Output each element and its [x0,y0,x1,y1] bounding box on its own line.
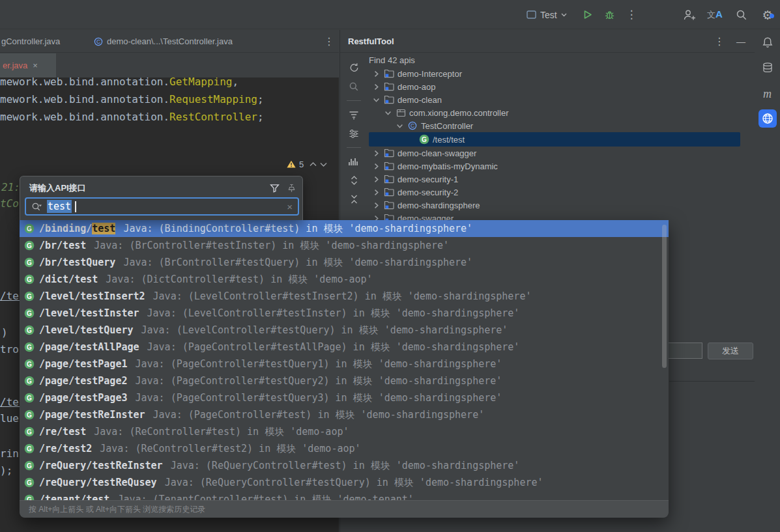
api-result-row[interactable]: G/br/testJava: (BrController#testInster)… [20,237,669,254]
translate-button[interactable]: 文A [705,0,725,29]
maven-button[interactable]: m [755,84,780,104]
tree-item-demo-shardingsphere[interactable]: demo-shardingsphere [369,199,755,212]
get-method-icon: G [24,342,35,352]
panel-options-button[interactable]: ⋮ [714,35,725,48]
api-result-row[interactable]: G/reQuery/testReQuseyJava: (ReQueryContr… [20,474,669,491]
panel-divider [669,381,755,382]
request-url-input[interactable] [666,343,702,359]
run-button[interactable] [578,0,596,29]
api-result-row[interactable]: G/br/testQueryJava: (BrController#testQu… [20,254,669,271]
tree-item--test-test[interactable]: G/test/test [369,132,740,147]
api-path: /page/testReInster [39,409,145,421]
get-method-icon: G [24,477,35,488]
api-result-detail: Java: (ReQueryController#test) in 模块 'de… [171,460,520,472]
chevron-down-icon[interactable] [383,109,392,117]
more-options-button[interactable]: ⋮ [623,0,640,29]
debug-bug-icon [604,9,615,20]
api-result-detail: Java: (TenantController#test) in 模块 'dem… [117,494,413,501]
chevron-down-icon[interactable] [371,96,381,104]
chevron-right-icon[interactable] [371,163,381,170]
tree-item-com-xiong-demo-controller[interactable]: com.xiong.demo.controller [369,106,755,119]
tree-item-demo-clean[interactable]: demo-clean [369,93,755,106]
module-icon [383,69,395,78]
settings-gear-icon: ⚙ [762,8,773,22]
api-result-row[interactable]: G/level/testInsterJava: (LevelController… [20,305,669,322]
api-result-row[interactable]: G/level/testInsert2Java: (LevelControlle… [20,288,669,305]
chevron-right-icon[interactable] [371,176,381,183]
warning-count: 5 [299,160,304,169]
api-path: /re/test2 [39,443,92,455]
chevron-right-icon[interactable] [371,189,381,196]
inspection-widget[interactable]: 5 [287,156,339,172]
tree-item-demo-security-1[interactable]: demo-security-1 [369,173,755,186]
tab-gcontroller[interactable]: gController.java [0,30,60,53]
api-result-detail: Java: (ReController#test2) in 模块 'demo-a… [100,443,360,455]
api-path: /page/testPage2 [39,375,127,387]
clear-search-icon[interactable]: × [287,201,293,212]
next-warning-icon [320,162,327,167]
api-result-row[interactable]: G/binding/testJava: (BindingController#t… [20,220,669,237]
debug-button[interactable] [600,0,618,29]
api-result-row[interactable]: G/dict/testJava: (DictController#test) i… [20,271,669,288]
svg-text:G: G [27,462,32,469]
restfultool-stripe-button[interactable] [755,109,780,128]
add-user-button[interactable] [680,0,699,29]
api-result-row[interactable]: G/page/testPage1Java: (PageController#te… [20,356,669,372]
close-icon[interactable]: × [33,61,38,70]
refresh-button[interactable] [345,60,362,76]
tab-options-button[interactable]: ⋮ [322,30,336,53]
tree-item-demo-aop[interactable]: demo-aop [369,80,755,93]
tree-item-demo-security-2[interactable]: demo-security-2 [369,186,755,199]
tab-testcontroller[interactable]: C demo-clean\...\TestController.java [94,30,233,53]
api-result-row[interactable]: G/re/test2Java: (ReController#test2) in … [20,440,669,457]
api-result-detail: Java: (LevelController#testInsert2) in 模… [153,290,532,303]
pin-icon[interactable] [287,184,296,193]
api-result-row[interactable]: G/page/testAllPageJava: (PageController#… [20,339,669,356]
collapse-all-button[interactable] [345,191,362,207]
svg-text:G: G [27,293,32,300]
api-path: /reQuery/testReQusey [39,477,157,488]
results-scrollbar[interactable] [662,225,667,368]
api-result-row[interactable]: G/tenant/testJava: (TenantController#tes… [20,491,669,500]
search-button[interactable] [345,79,362,94]
search-everywhere-button[interactable] [732,0,751,29]
tree-item-testcontroller[interactable]: CTestController [369,119,755,132]
chevron-right-icon[interactable] [371,150,381,157]
api-path: /level/testInster [39,307,139,319]
chevron-right-icon[interactable] [371,70,381,77]
chevron-down-icon[interactable] [395,122,404,130]
translate-icon: 文A [707,8,723,21]
results-list: G/binding/testJava: (BindingController#t… [20,220,669,500]
chevron-down-icon [561,13,567,17]
run-configuration-selector[interactable]: Test [527,0,567,29]
expand-all-button[interactable] [345,173,362,188]
filter-button[interactable] [345,107,362,122]
chevron-right-icon[interactable] [371,202,381,209]
api-result-row[interactable]: G/page/testPage2Java: (PageController#te… [20,372,669,389]
api-result-row[interactable]: G/re/testJava: (ReController#test) in 模块… [20,423,669,440]
api-result-row[interactable]: G/reQuery/testReInsterJava: (ReQueryCont… [20,457,669,474]
code-fragment: tCo [0,197,19,210]
tree-item-label: demo-security-2 [397,188,458,197]
notifications-button[interactable] [755,33,780,52]
panel-minimize-button[interactable]: — [736,36,745,47]
filter-funnel-icon[interactable] [270,184,280,193]
api-result-detail: Java: (PageController#testQuery2) in 模块 … [135,375,502,387]
chevron-right-icon[interactable] [371,83,381,91]
tree-item-demo-mybatis-mydynamic[interactable]: demo-mybatis-myDynamic [369,160,755,173]
api-result-row[interactable]: G/level/testQueryJava: (LevelController#… [20,322,669,339]
database-button[interactable] [755,58,780,77]
api-result-row[interactable]: G/page/testReInsterJava: (PageController… [20,406,669,423]
tree-item-demo-interceptor[interactable]: demo-Interceptor [369,67,755,80]
api-result-row[interactable]: G/page/testPage3Java: (PageController#te… [20,389,669,406]
statistics-button[interactable] [345,154,362,169]
editor-tab-bar: gController.java C demo-clean\...\TestCo… [0,30,339,53]
tree-item-demo-clean-swagger[interactable]: demo-clean-swagger [369,147,755,160]
send-button[interactable]: 发送 [708,343,753,359]
search-with-history-icon[interactable] [31,202,44,212]
api-tree: demo-Interceptordemo-aopdemo-cleancom.xi… [369,67,755,225]
settings-button[interactable]: ⚙ [757,0,778,29]
settings-sliders-button[interactable] [345,126,362,141]
tab-er-java[interactable]: er.java × [0,53,56,77]
api-search-input[interactable]: test × [25,197,299,216]
